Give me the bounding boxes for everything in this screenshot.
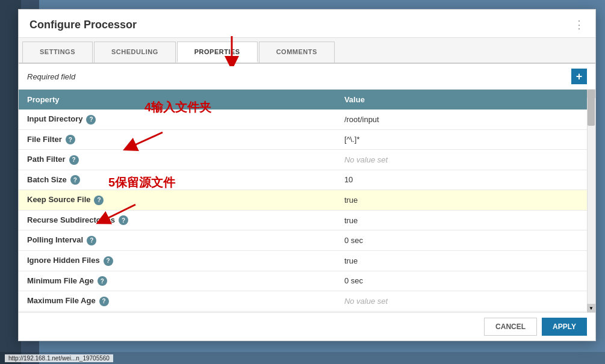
column-header-property: Property (19, 90, 336, 110)
help-icon[interactable]: ? (104, 256, 113, 266)
help-icon[interactable]: ? (94, 196, 104, 205)
required-field-bar: Required field + (19, 64, 595, 90)
add-property-button[interactable]: + (571, 69, 587, 84)
dialog-footer: CANCEL APPLY (19, 312, 595, 341)
property-name-cell: File Filter? (19, 129, 336, 150)
help-icon[interactable]: ? (98, 276, 107, 286)
property-value-cell[interactable]: true (336, 210, 595, 230)
column-header-value: Value (336, 90, 595, 110)
table-row[interactable]: Maximum File Age?No value set (19, 291, 595, 312)
table-row[interactable]: Path Filter?No value set (19, 150, 595, 170)
help-icon[interactable]: ? (70, 175, 80, 185)
property-value-cell[interactable]: 0 sec (336, 271, 595, 291)
property-value-cell[interactable]: /root/input (336, 110, 595, 129)
scrollbar[interactable]: ▲ ▼ (587, 90, 595, 312)
cancel-button[interactable]: CANCEL (484, 318, 537, 336)
property-value-cell[interactable]: [^\.]* (336, 129, 595, 150)
property-name-cell: Ignore Hidden Files? (19, 250, 336, 271)
property-value-cell[interactable]: 10 (336, 170, 595, 190)
dialog-menu-icon[interactable]: ⋮ (574, 18, 585, 31)
dialog-title-bar: Configure Processor ⋮ (19, 10, 595, 38)
property-name-cell: Keep Source File? (19, 190, 336, 211)
tab-comments[interactable]: COMMENTS (259, 42, 335, 63)
table-row[interactable]: Input Directory?/root/input (19, 110, 595, 129)
property-value-cell[interactable]: 0 sec (336, 230, 595, 251)
table-header-row: Property Value (19, 90, 595, 110)
property-value-cell[interactable]: 0 B (336, 311, 595, 312)
url-bar: http://192.168.1.net/wei...n_1970556​0 (0, 352, 605, 364)
apply-button[interactable]: APPLY (542, 318, 587, 336)
configure-processor-dialog: Configure Processor ⋮ SETTINGS SCHEDULIN… (18, 9, 596, 341)
tab-scheduling[interactable]: SCHEDULING (94, 42, 176, 63)
table-row[interactable]: Polling Interval?0 sec (19, 230, 595, 251)
property-name-cell: Recurse Subdirectories? (19, 210, 336, 230)
table-row[interactable]: Batch Size?10 (19, 170, 595, 190)
help-icon[interactable]: ? (69, 155, 79, 165)
property-name-cell: Maximum File Age? (19, 291, 336, 312)
property-name-cell: Minimum File Age? (19, 271, 336, 291)
property-name-cell: Minimum File Siz? (19, 311, 336, 312)
tab-settings[interactable]: SETTINGS (22, 42, 93, 63)
scrollbar-thumb[interactable] (588, 90, 595, 126)
table-row[interactable]: Minimum File Siz?0 B (19, 311, 595, 312)
property-name-cell: Polling Interval? (19, 230, 336, 251)
tab-properties[interactable]: PROPERTIES (177, 42, 258, 63)
scrollbar-arrow-down[interactable]: ▼ (587, 304, 595, 312)
property-name-cell: Input Directory? (19, 110, 336, 129)
property-value-cell[interactable]: No value set (336, 150, 595, 170)
help-icon[interactable]: ? (66, 135, 75, 144)
property-value-cell[interactable]: No value set (336, 291, 595, 312)
table-row[interactable]: Ignore Hidden Files?true (19, 250, 595, 271)
table-row[interactable]: Minimum File Age?0 sec (19, 271, 595, 291)
help-icon[interactable]: ? (119, 215, 128, 225)
table-row[interactable]: Recurse Subdirectories?true (19, 210, 595, 230)
properties-table-wrapper: Property Value Input Directory?/root/inp… (19, 90, 595, 312)
help-icon[interactable]: ? (87, 236, 96, 245)
property-name-cell: Path Filter? (19, 150, 336, 170)
table-row[interactable]: File Filter?[^\.]* (19, 129, 595, 150)
properties-table: Property Value Input Directory?/root/inp… (19, 90, 595, 312)
property-value-cell[interactable]: true (336, 190, 595, 211)
table-row[interactable]: Keep Source File?true (19, 190, 595, 211)
property-value-cell[interactable]: true (336, 250, 595, 271)
help-icon[interactable]: ? (99, 297, 109, 306)
required-field-label: Required field (27, 72, 75, 81)
dialog-title: Configure Processor (29, 19, 137, 31)
tabs-bar: SETTINGS SCHEDULING PROPERTIES COMMENTS (19, 38, 595, 64)
property-name-cell: Batch Size? (19, 170, 336, 190)
url-text: http://192.168.1.net/wei...n_1970556​0 (5, 354, 113, 362)
help-icon[interactable]: ? (86, 115, 96, 125)
